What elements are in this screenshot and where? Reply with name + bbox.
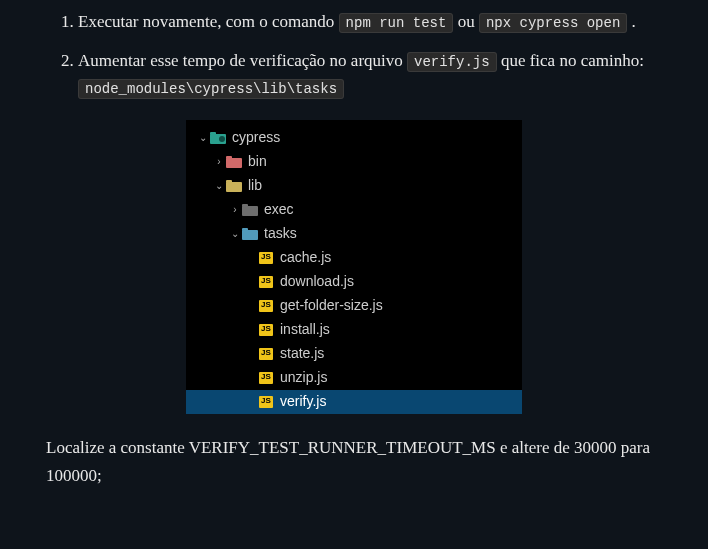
code-path: node_modules\cypress\lib\tasks <box>78 79 344 99</box>
tree-row-file[interactable]: · JS cache.js <box>186 246 522 270</box>
text: que fica no caminho: <box>501 51 644 70</box>
code-npm-run-test: npm run test <box>339 13 454 33</box>
chevron-down-icon: ⌄ <box>212 178 226 194</box>
tree-label: verify.js <box>280 390 326 412</box>
tree-row-file[interactable]: · JS download.js <box>186 270 522 294</box>
tree-row-file[interactable]: · JS state.js <box>186 342 522 366</box>
svg-rect-10 <box>242 228 248 231</box>
chevron-right-icon: › <box>212 154 226 170</box>
tree-label: exec <box>264 198 294 220</box>
js-file-icon: JS <box>258 394 274 410</box>
tree-label: cache.js <box>280 246 331 268</box>
tree-label: unzip.js <box>280 366 327 388</box>
js-file-icon: JS <box>258 250 274 266</box>
svg-rect-9 <box>242 230 258 240</box>
svg-rect-8 <box>242 204 248 207</box>
svg-rect-1 <box>210 132 216 135</box>
tree-row-file[interactable]: · JS get-folder-size.js <box>186 294 522 318</box>
tree-label: lib <box>248 174 262 196</box>
list-item-2: Aumentar esse tempo de verificação no ar… <box>78 47 668 101</box>
tree-label: state.js <box>280 342 324 364</box>
svg-rect-5 <box>226 182 242 192</box>
tree-row-file[interactable]: · JS install.js <box>186 318 522 342</box>
js-file-icon: JS <box>258 298 274 314</box>
chevron-right-icon: › <box>228 202 242 218</box>
folder-icon <box>242 226 258 242</box>
svg-rect-3 <box>226 158 242 168</box>
file-tree: ⌄ cypress › bin ⌄ lib › <box>186 120 522 414</box>
instruction-list: Executar novamente, com o comando npm ru… <box>40 8 668 102</box>
js-file-icon: JS <box>258 346 274 362</box>
tree-row-exec[interactable]: › exec <box>186 198 522 222</box>
folder-icon <box>242 202 258 218</box>
text: Executar novamente, com o comando <box>78 12 339 31</box>
tree-row-cypress[interactable]: ⌄ cypress <box>186 126 522 150</box>
tree-label: download.js <box>280 270 354 292</box>
chevron-down-icon: ⌄ <box>196 130 210 146</box>
tree-label: cypress <box>232 126 280 148</box>
text: . <box>632 12 636 31</box>
text: ou <box>458 12 479 31</box>
tree-label: bin <box>248 150 267 172</box>
tree-label: tasks <box>264 222 297 244</box>
tree-row-tasks[interactable]: ⌄ tasks <box>186 222 522 246</box>
svg-rect-6 <box>226 180 232 183</box>
folder-icon <box>226 154 242 170</box>
chevron-down-icon: ⌄ <box>228 226 242 242</box>
list-item-1: Executar novamente, com o comando npm ru… <box>78 8 668 35</box>
folder-icon <box>226 178 242 194</box>
tree-row-lib[interactable]: ⌄ lib <box>186 174 522 198</box>
tree-label: get-folder-size.js <box>280 294 383 316</box>
js-file-icon: JS <box>258 322 274 338</box>
js-file-icon: JS <box>258 274 274 290</box>
svg-rect-4 <box>226 156 232 159</box>
code-verify-js: verify.js <box>407 52 497 72</box>
tree-row-file[interactable]: · JS unzip.js <box>186 366 522 390</box>
tree-row-bin[interactable]: › bin <box>186 150 522 174</box>
svg-point-2 <box>219 136 225 142</box>
instruction-text: Localize a constante VERIFY_TEST_RUNNER_… <box>46 434 668 492</box>
tree-row-file-selected[interactable]: · JS verify.js <box>186 390 522 414</box>
folder-icon <box>210 130 226 146</box>
svg-rect-7 <box>242 206 258 216</box>
code-npx-cypress-open: npx cypress open <box>479 13 627 33</box>
js-file-icon: JS <box>258 370 274 386</box>
tree-label: install.js <box>280 318 330 340</box>
file-tree-container: ⌄ cypress › bin ⌄ lib › <box>40 120 668 414</box>
text: Aumentar esse tempo de verificação no ar… <box>78 51 407 70</box>
